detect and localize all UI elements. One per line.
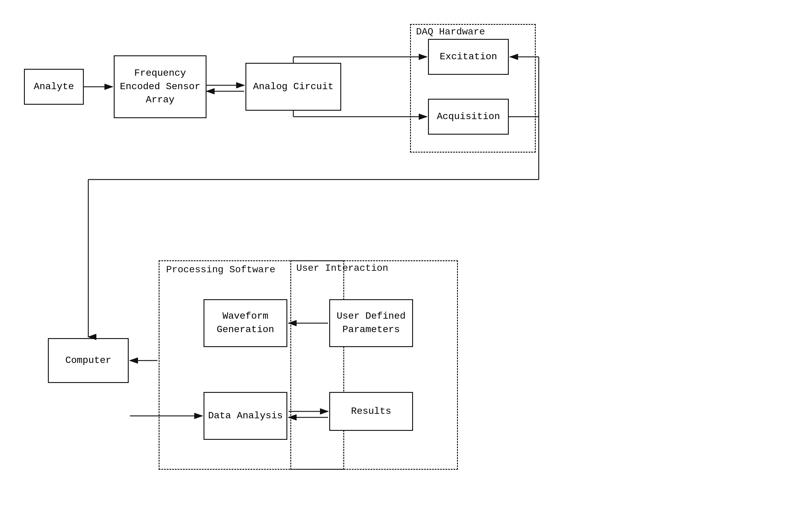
processing-software-label: Processing Software: [166, 263, 275, 277]
waveform-gen-box: Waveform Generation: [204, 299, 287, 347]
diagram-container: DAQ Hardware Analyte Frequency Encoded S…: [0, 0, 812, 526]
results-box: Results: [329, 392, 413, 431]
data-analysis-box: Data Analysis: [204, 392, 287, 440]
daq-hardware-label: DAQ Hardware: [416, 26, 485, 38]
user-interaction-box: [290, 260, 458, 470]
computer-box: Computer: [48, 338, 129, 383]
acquisition-box: Acquisition: [428, 99, 509, 135]
analyte-box: Analyte: [24, 69, 84, 105]
user-interaction-label: User Interaction: [296, 263, 388, 274]
excitation-box: Excitation: [428, 39, 509, 75]
freq-sensor-box: Frequency Encoded Sensor Array: [114, 55, 206, 118]
user-defined-box: User Defined Parameters: [329, 299, 413, 347]
analog-circuit-box: Analog Circuit: [245, 63, 341, 111]
